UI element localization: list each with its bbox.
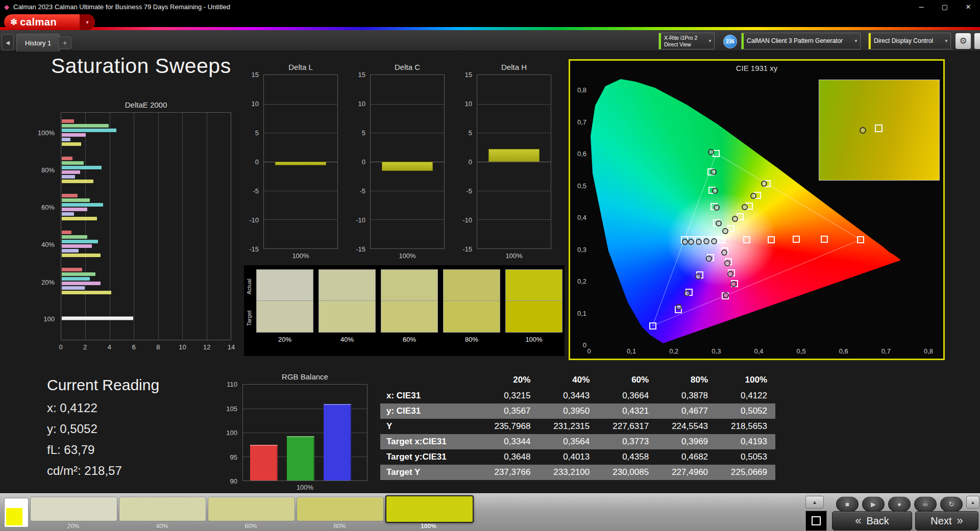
delta-gridline	[477, 133, 551, 133]
measure-button[interactable]: ●	[888, 497, 911, 512]
chevron-down-icon[interactable]: ▼	[706, 39, 714, 43]
minimize-button[interactable]: ─	[910, 0, 933, 14]
deltae-xtick-label: 2	[83, 343, 87, 351]
window-title: Calman 2023 Calman Ultimate for Business…	[13, 3, 230, 11]
bottom-swatch-80%[interactable]	[297, 497, 384, 521]
right-edge-button[interactable]	[974, 33, 980, 49]
tab-collapse-button[interactable]: ◀	[2, 34, 14, 50]
deltae-xtick-label: 8	[156, 343, 160, 351]
deltae-bar-group	[62, 119, 231, 147]
current-reading-y: y: 0,5052	[47, 422, 159, 436]
chevron-down-icon[interactable]: ▼	[942, 39, 950, 43]
deltaC-y-axis: 151050-5-10-15	[351, 74, 368, 249]
cie-target-square	[857, 236, 864, 243]
bottom-swatch-40%[interactable]	[119, 497, 206, 521]
table-cell: 225,0669	[716, 465, 775, 480]
swatch-actual	[318, 269, 376, 301]
delta-ytick-label: 0	[348, 158, 365, 166]
delta-ytick-label: -10	[348, 216, 365, 224]
deltae-plot	[61, 112, 231, 340]
display-control-label: Direct Display Control	[871, 38, 942, 45]
pattern-generator-dropdown[interactable]: CalMAN Client 3 Pattern Generator ▼	[741, 33, 861, 49]
pattern-generator-label: CalMAN Client 3 Pattern Generator	[744, 38, 852, 45]
delta-ytick-label: 5	[348, 129, 365, 137]
next-button[interactable]: Next »	[915, 511, 978, 530]
swatch-cell: 40%	[318, 269, 376, 351]
cie-measured-circle	[732, 216, 738, 222]
cie-measured-circle	[711, 238, 717, 244]
delta-gridline	[477, 219, 551, 220]
pattern-preview-button[interactable]	[4, 498, 29, 527]
continuous-measure-button[interactable]: ∞	[914, 497, 937, 512]
current-reading-x: x: 0,4122	[47, 401, 159, 415]
delta-gridline	[371, 219, 444, 220]
delta-gridline	[371, 191, 444, 191]
cie-xtick-label: 0,5	[797, 347, 806, 355]
swatch-actual	[256, 269, 313, 301]
table-row-label: Target x:CIE31	[380, 434, 479, 449]
bottom-swatch-100%[interactable]	[385, 495, 474, 523]
table-cell: 0,3773	[598, 434, 657, 449]
stop-button[interactable]: ■	[836, 497, 859, 512]
play-button[interactable]: ▶	[862, 497, 885, 512]
rgb-ytick-label: 90	[217, 477, 237, 485]
cie-zoom-inset	[819, 80, 940, 181]
back-button[interactable]: « Back	[832, 511, 912, 530]
maximize-button[interactable]: ▢	[933, 0, 957, 14]
meter-dropdown[interactable]: X-Rite i1Pro 2 Direct View ▼	[658, 33, 715, 49]
table-cell: 0,4677	[657, 403, 716, 419]
deltae-bar	[62, 175, 75, 179]
deltae-bar	[62, 240, 98, 243]
table-row: y: CIE310,35670,39500,43210,46770,5052	[380, 403, 775, 419]
eject-button[interactable]: ▲	[805, 496, 824, 509]
rgb-ytick-label: 110	[217, 381, 237, 388]
deltae-bar	[62, 133, 86, 137]
deltae-bar	[62, 254, 101, 257]
bottom-swatch-20%[interactable]	[30, 497, 117, 521]
meter-count-badge[interactable]: 236	[723, 35, 737, 48]
close-button[interactable]: ✕	[957, 0, 980, 14]
cie-target-square	[743, 236, 750, 243]
deltae-bar	[62, 119, 74, 123]
bottom-swatch-label: 40%	[119, 523, 205, 530]
next-chevrons-icon: »	[957, 514, 963, 527]
table-cell: 0,3664	[598, 388, 657, 403]
table-cell: 0,4682	[657, 449, 716, 465]
loop-button[interactable]: ↻	[940, 497, 963, 512]
add-tab-button[interactable]: +	[58, 37, 71, 49]
meter-line1: X-Rite i1Pro 2	[664, 35, 703, 41]
tab-history-1[interactable]: History 1	[16, 34, 60, 52]
cie-xtick-label: 0	[587, 347, 591, 355]
deltae-bar	[62, 291, 111, 294]
deltae-y-axis: 100%80%60%40%20%100	[26, 112, 57, 340]
cie-measured-circle	[761, 181, 767, 187]
swatch-label: 60%	[381, 336, 438, 343]
table-cell: 0,3564	[538, 434, 598, 449]
deltae-bar	[62, 166, 102, 169]
swatch-target	[443, 301, 500, 333]
cie-target-square	[718, 236, 725, 243]
cie-measured-circle	[682, 239, 688, 245]
table-cell: 218,5653	[716, 419, 775, 434]
cie-ytick-label: 0,3	[572, 245, 586, 253]
logo-caret-icon[interactable]: ▼	[80, 14, 95, 30]
chevron-down-icon[interactable]: ▼	[852, 39, 860, 43]
delta-gridline	[477, 162, 551, 162]
deltae-bar	[62, 212, 74, 216]
table-corner-cell	[380, 372, 479, 388]
bottom-swatch-label: 100%	[385, 523, 472, 530]
deltae-xtick-label: 4	[108, 343, 111, 351]
deltae-ytick-label: 60%	[23, 204, 55, 211]
pattern-window-button[interactable]	[805, 511, 827, 531]
table-column-header: 40%	[538, 372, 598, 388]
gear-icon[interactable]: ⚙	[955, 33, 971, 49]
cie-ytick-label: 0,1	[572, 309, 586, 317]
deltae-chart-title: DeltaE 2000	[61, 100, 231, 109]
bottom-swatch-60%[interactable]	[208, 497, 295, 521]
display-control-dropdown[interactable]: Direct Display Control ▼	[868, 33, 951, 49]
calman-logo-menu[interactable]: ✽ calman ▼	[4, 14, 95, 30]
cie-measured-circle	[724, 260, 730, 266]
table-cell: 0,4013	[538, 449, 598, 465]
deltae-bar	[62, 244, 92, 248]
up-arrow-button[interactable]: ▲	[966, 496, 979, 509]
